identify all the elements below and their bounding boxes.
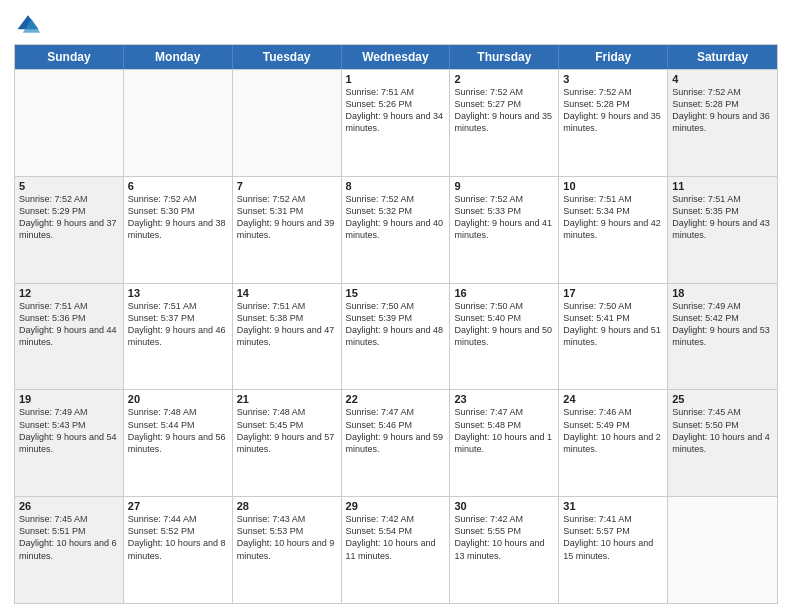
day-number: 25 [672, 393, 773, 405]
day-number: 29 [346, 500, 446, 512]
logo [14, 10, 46, 38]
header-day-friday: Friday [559, 45, 668, 69]
day-number: 24 [563, 393, 663, 405]
week-1: 1Sunrise: 7:51 AM Sunset: 5:26 PM Daylig… [15, 69, 777, 176]
day-info: Sunrise: 7:45 AM Sunset: 5:50 PM Dayligh… [672, 406, 773, 455]
day-info: Sunrise: 7:48 AM Sunset: 5:45 PM Dayligh… [237, 406, 337, 455]
day-info: Sunrise: 7:52 AM Sunset: 5:29 PM Dayligh… [19, 193, 119, 242]
day-number: 18 [672, 287, 773, 299]
day-number: 16 [454, 287, 554, 299]
day-number: 12 [19, 287, 119, 299]
day-cell-11: 11Sunrise: 7:51 AM Sunset: 5:35 PM Dayli… [668, 177, 777, 283]
day-number: 27 [128, 500, 228, 512]
day-cell-12: 12Sunrise: 7:51 AM Sunset: 5:36 PM Dayli… [15, 284, 124, 390]
day-number: 5 [19, 180, 119, 192]
day-cell-25: 25Sunrise: 7:45 AM Sunset: 5:50 PM Dayli… [668, 390, 777, 496]
day-info: Sunrise: 7:51 AM Sunset: 5:34 PM Dayligh… [563, 193, 663, 242]
day-number: 11 [672, 180, 773, 192]
day-info: Sunrise: 7:51 AM Sunset: 5:37 PM Dayligh… [128, 300, 228, 349]
day-info: Sunrise: 7:52 AM Sunset: 5:27 PM Dayligh… [454, 86, 554, 135]
day-number: 4 [672, 73, 773, 85]
day-cell-29: 29Sunrise: 7:42 AM Sunset: 5:54 PM Dayli… [342, 497, 451, 603]
day-info: Sunrise: 7:41 AM Sunset: 5:57 PM Dayligh… [563, 513, 663, 562]
day-cell-22: 22Sunrise: 7:47 AM Sunset: 5:46 PM Dayli… [342, 390, 451, 496]
calendar-header-row: SundayMondayTuesdayWednesdayThursdayFrid… [15, 45, 777, 69]
day-number: 26 [19, 500, 119, 512]
logo-icon [14, 10, 42, 38]
day-info: Sunrise: 7:52 AM Sunset: 5:32 PM Dayligh… [346, 193, 446, 242]
day-info: Sunrise: 7:52 AM Sunset: 5:28 PM Dayligh… [672, 86, 773, 135]
header-day-tuesday: Tuesday [233, 45, 342, 69]
day-number: 23 [454, 393, 554, 405]
day-cell-3: 3Sunrise: 7:52 AM Sunset: 5:28 PM Daylig… [559, 70, 668, 176]
day-info: Sunrise: 7:50 AM Sunset: 5:40 PM Dayligh… [454, 300, 554, 349]
week-4: 19Sunrise: 7:49 AM Sunset: 5:43 PM Dayli… [15, 389, 777, 496]
day-cell-9: 9Sunrise: 7:52 AM Sunset: 5:33 PM Daylig… [450, 177, 559, 283]
day-info: Sunrise: 7:46 AM Sunset: 5:49 PM Dayligh… [563, 406, 663, 455]
day-number: 19 [19, 393, 119, 405]
day-cell-26: 26Sunrise: 7:45 AM Sunset: 5:51 PM Dayli… [15, 497, 124, 603]
day-cell-31: 31Sunrise: 7:41 AM Sunset: 5:57 PM Dayli… [559, 497, 668, 603]
day-info: Sunrise: 7:49 AM Sunset: 5:43 PM Dayligh… [19, 406, 119, 455]
day-number: 10 [563, 180, 663, 192]
day-info: Sunrise: 7:42 AM Sunset: 5:54 PM Dayligh… [346, 513, 446, 562]
empty-cell-0-0 [15, 70, 124, 176]
day-number: 9 [454, 180, 554, 192]
day-info: Sunrise: 7:43 AM Sunset: 5:53 PM Dayligh… [237, 513, 337, 562]
day-info: Sunrise: 7:52 AM Sunset: 5:28 PM Dayligh… [563, 86, 663, 135]
day-info: Sunrise: 7:52 AM Sunset: 5:33 PM Dayligh… [454, 193, 554, 242]
day-cell-30: 30Sunrise: 7:42 AM Sunset: 5:55 PM Dayli… [450, 497, 559, 603]
header-day-wednesday: Wednesday [342, 45, 451, 69]
day-cell-24: 24Sunrise: 7:46 AM Sunset: 5:49 PM Dayli… [559, 390, 668, 496]
day-number: 8 [346, 180, 446, 192]
calendar-body: 1Sunrise: 7:51 AM Sunset: 5:26 PM Daylig… [15, 69, 777, 603]
day-cell-1: 1Sunrise: 7:51 AM Sunset: 5:26 PM Daylig… [342, 70, 451, 176]
week-5: 26Sunrise: 7:45 AM Sunset: 5:51 PM Dayli… [15, 496, 777, 603]
day-cell-2: 2Sunrise: 7:52 AM Sunset: 5:27 PM Daylig… [450, 70, 559, 176]
day-number: 30 [454, 500, 554, 512]
day-info: Sunrise: 7:42 AM Sunset: 5:55 PM Dayligh… [454, 513, 554, 562]
day-cell-15: 15Sunrise: 7:50 AM Sunset: 5:39 PM Dayli… [342, 284, 451, 390]
day-cell-7: 7Sunrise: 7:52 AM Sunset: 5:31 PM Daylig… [233, 177, 342, 283]
day-number: 6 [128, 180, 228, 192]
day-cell-6: 6Sunrise: 7:52 AM Sunset: 5:30 PM Daylig… [124, 177, 233, 283]
day-cell-27: 27Sunrise: 7:44 AM Sunset: 5:52 PM Dayli… [124, 497, 233, 603]
day-info: Sunrise: 7:51 AM Sunset: 5:38 PM Dayligh… [237, 300, 337, 349]
day-info: Sunrise: 7:52 AM Sunset: 5:31 PM Dayligh… [237, 193, 337, 242]
day-number: 28 [237, 500, 337, 512]
day-number: 14 [237, 287, 337, 299]
day-number: 20 [128, 393, 228, 405]
calendar: SundayMondayTuesdayWednesdayThursdayFrid… [14, 44, 778, 604]
day-cell-19: 19Sunrise: 7:49 AM Sunset: 5:43 PM Dayli… [15, 390, 124, 496]
day-cell-28: 28Sunrise: 7:43 AM Sunset: 5:53 PM Dayli… [233, 497, 342, 603]
day-cell-16: 16Sunrise: 7:50 AM Sunset: 5:40 PM Dayli… [450, 284, 559, 390]
day-info: Sunrise: 7:50 AM Sunset: 5:39 PM Dayligh… [346, 300, 446, 349]
week-3: 12Sunrise: 7:51 AM Sunset: 5:36 PM Dayli… [15, 283, 777, 390]
day-cell-14: 14Sunrise: 7:51 AM Sunset: 5:38 PM Dayli… [233, 284, 342, 390]
empty-cell-4-6 [668, 497, 777, 603]
day-cell-21: 21Sunrise: 7:48 AM Sunset: 5:45 PM Dayli… [233, 390, 342, 496]
day-info: Sunrise: 7:51 AM Sunset: 5:35 PM Dayligh… [672, 193, 773, 242]
day-number: 17 [563, 287, 663, 299]
day-info: Sunrise: 7:47 AM Sunset: 5:48 PM Dayligh… [454, 406, 554, 455]
day-cell-4: 4Sunrise: 7:52 AM Sunset: 5:28 PM Daylig… [668, 70, 777, 176]
day-info: Sunrise: 7:51 AM Sunset: 5:36 PM Dayligh… [19, 300, 119, 349]
header-day-saturday: Saturday [668, 45, 777, 69]
day-cell-20: 20Sunrise: 7:48 AM Sunset: 5:44 PM Dayli… [124, 390, 233, 496]
day-cell-10: 10Sunrise: 7:51 AM Sunset: 5:34 PM Dayli… [559, 177, 668, 283]
day-number: 2 [454, 73, 554, 85]
empty-cell-0-1 [124, 70, 233, 176]
empty-cell-0-2 [233, 70, 342, 176]
page: SundayMondayTuesdayWednesdayThursdayFrid… [0, 0, 792, 612]
day-info: Sunrise: 7:44 AM Sunset: 5:52 PM Dayligh… [128, 513, 228, 562]
day-number: 7 [237, 180, 337, 192]
header-day-monday: Monday [124, 45, 233, 69]
day-cell-5: 5Sunrise: 7:52 AM Sunset: 5:29 PM Daylig… [15, 177, 124, 283]
day-number: 3 [563, 73, 663, 85]
day-number: 21 [237, 393, 337, 405]
day-info: Sunrise: 7:47 AM Sunset: 5:46 PM Dayligh… [346, 406, 446, 455]
day-info: Sunrise: 7:52 AM Sunset: 5:30 PM Dayligh… [128, 193, 228, 242]
day-cell-23: 23Sunrise: 7:47 AM Sunset: 5:48 PM Dayli… [450, 390, 559, 496]
day-number: 22 [346, 393, 446, 405]
day-info: Sunrise: 7:45 AM Sunset: 5:51 PM Dayligh… [19, 513, 119, 562]
